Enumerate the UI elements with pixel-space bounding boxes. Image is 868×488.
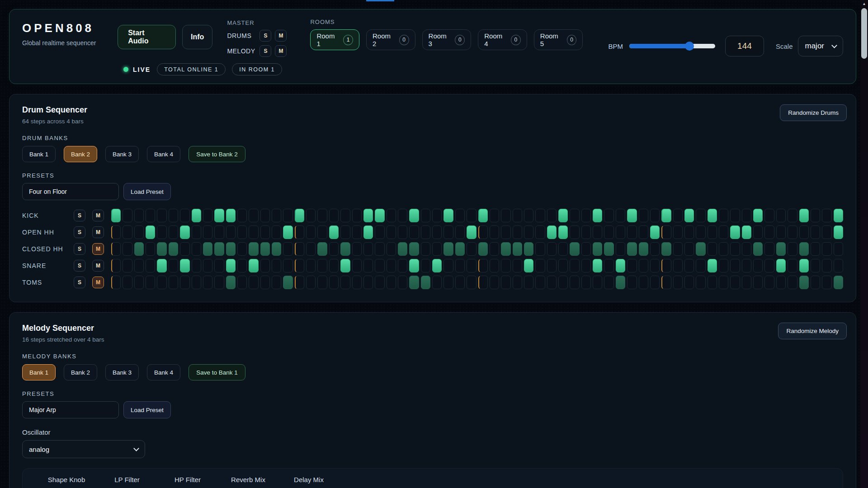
room-button[interactable]: Room 30 [422, 29, 472, 50]
step-cell[interactable] [627, 242, 637, 256]
step-cell[interactable] [180, 225, 189, 239]
step-cell[interactable] [467, 225, 476, 239]
step-cell[interactable] [650, 242, 660, 256]
step-cell[interactable] [478, 242, 488, 256]
bpm-value-input[interactable]: 144 [725, 36, 764, 56]
step-cell[interactable] [535, 259, 545, 272]
step-cell[interactable] [753, 276, 763, 289]
step-cell[interactable] [501, 242, 510, 256]
step-cell[interactable] [650, 225, 660, 239]
step-cell[interactable] [409, 276, 419, 289]
step-cell[interactable] [719, 259, 728, 272]
step-cell[interactable] [742, 242, 751, 256]
step-cell[interactable] [443, 242, 453, 256]
step-cell[interactable] [237, 259, 247, 272]
step-cell[interactable] [673, 225, 683, 239]
step-cell[interactable] [764, 276, 774, 289]
step-cell[interactable] [684, 242, 694, 256]
step-cell[interactable] [478, 259, 488, 272]
step-cell[interactable] [776, 276, 786, 289]
step-cell[interactable] [570, 225, 579, 239]
melody-load-preset-button[interactable]: Load Preset [123, 401, 171, 418]
step-cell[interactable] [329, 259, 339, 272]
step-cell[interactable] [776, 259, 786, 272]
step-cell[interactable] [627, 209, 637, 222]
solo-button[interactable]: S [74, 243, 85, 255]
step-cell[interactable] [501, 209, 510, 222]
step-cell[interactable] [639, 276, 648, 289]
step-cell[interactable] [260, 242, 270, 256]
step-cell[interactable] [604, 209, 613, 222]
step-cell[interactable] [375, 276, 384, 289]
step-cell[interactable] [398, 242, 407, 256]
melody-preset-select[interactable]: Major Arp [22, 401, 119, 418]
step-cell[interactable] [295, 276, 304, 289]
step-cell[interactable] [146, 259, 155, 272]
step-cell[interactable] [306, 225, 316, 239]
drum-load-preset-button[interactable]: Load Preset [123, 183, 171, 200]
step-cell[interactable] [799, 209, 809, 222]
step-cell[interactable] [822, 259, 831, 272]
step-cell[interactable] [432, 276, 442, 289]
step-cell[interactable] [111, 242, 121, 256]
step-cell[interactable] [352, 209, 362, 222]
step-cell[interactable] [249, 209, 258, 222]
step-cell[interactable] [696, 259, 705, 272]
step-cell[interactable] [490, 225, 499, 239]
step-cell[interactable] [432, 225, 442, 239]
step-cell[interactable] [306, 276, 316, 289]
step-cell[interactable] [157, 209, 166, 222]
mute-button[interactable]: M [92, 243, 104, 255]
mute-button[interactable]: M [92, 210, 104, 221]
step-cell[interactable] [295, 259, 304, 272]
step-cell[interactable] [753, 242, 763, 256]
scroll-up-icon[interactable]: ▲ [860, 0, 868, 7]
step-cell[interactable] [340, 225, 350, 239]
scale-select[interactable]: major [798, 36, 843, 56]
step-cell[interactable] [352, 259, 362, 272]
step-cell[interactable] [776, 209, 786, 222]
step-cell[interactable] [490, 209, 499, 222]
step-cell[interactable] [111, 209, 121, 222]
step-cell[interactable] [169, 225, 178, 239]
step-cell[interactable] [593, 276, 602, 289]
step-cell[interactable] [673, 259, 683, 272]
step-cell[interactable] [593, 225, 602, 239]
step-cell[interactable] [627, 225, 637, 239]
step-cell[interactable] [708, 225, 717, 239]
step-cell[interactable] [455, 276, 465, 289]
step-cell[interactable] [696, 225, 705, 239]
step-cell[interactable] [249, 242, 258, 256]
step-cell[interactable] [443, 225, 453, 239]
step-cell[interactable] [146, 225, 155, 239]
step-cell[interactable] [547, 276, 557, 289]
step-cell[interactable] [581, 209, 591, 222]
step-cell[interactable] [558, 209, 568, 222]
step-cell[interactable] [272, 209, 281, 222]
step-cell[interactable] [478, 225, 488, 239]
step-cell[interactable] [283, 276, 292, 289]
step-cell[interactable] [776, 242, 786, 256]
step-cell[interactable] [226, 242, 236, 256]
step-cell[interactable] [467, 259, 476, 272]
step-cell[interactable] [203, 209, 212, 222]
step-cell[interactable] [788, 259, 797, 272]
scrollbar-thumb[interactable] [861, 8, 867, 59]
step-cell[interactable] [788, 209, 797, 222]
step-cell[interactable] [443, 209, 453, 222]
step-cell[interactable] [616, 276, 625, 289]
step-cell[interactable] [329, 276, 339, 289]
step-cell[interactable] [226, 259, 236, 272]
step-cell[interactable] [192, 259, 201, 272]
step-cell[interactable] [558, 242, 568, 256]
solo-button[interactable]: S [74, 277, 85, 288]
step-cell[interactable] [123, 225, 132, 239]
step-cell[interactable] [157, 242, 166, 256]
step-cell[interactable] [696, 209, 705, 222]
step-cell[interactable] [432, 242, 442, 256]
step-cell[interactable] [283, 242, 292, 256]
step-cell[interactable] [157, 259, 166, 272]
melody-save-to-bank-button[interactable]: Save to Bank 1 [189, 364, 245, 380]
step-cell[interactable] [799, 242, 809, 256]
step-cell[interactable] [295, 225, 304, 239]
